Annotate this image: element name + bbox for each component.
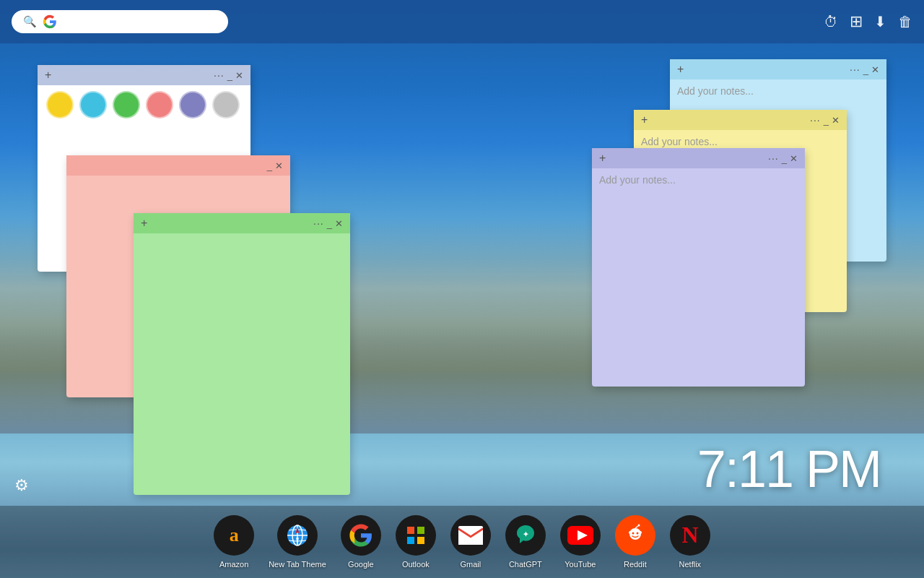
- note-close-blue[interactable]: ✕: [870, 65, 881, 74]
- dock-label-youtube: YouTube: [565, 560, 596, 569]
- note-minimize-yellow[interactable]: _: [822, 116, 830, 125]
- note-add-yellow[interactable]: +: [640, 114, 649, 126]
- sticky-note-green: + ··· _ ✕: [134, 213, 350, 495]
- note-add-blue[interactable]: +: [676, 64, 685, 75]
- note-menu-green[interactable]: ···: [312, 218, 326, 228]
- color-purple[interactable]: [179, 91, 206, 118]
- color-pink[interactable]: [146, 91, 173, 118]
- extensions-icon[interactable]: ⊞: [850, 12, 863, 31]
- search-icon: 🔍: [23, 15, 37, 28]
- color-green[interactable]: [113, 91, 140, 118]
- youtube-dock-icon: [560, 515, 601, 556]
- note-header-blue: + ··· _ ✕: [670, 59, 886, 79]
- note-add-lavender[interactable]: +: [598, 152, 607, 164]
- dock-item-outlook[interactable]: Outlook: [396, 515, 436, 569]
- note-body-lavender[interactable]: Add your notes...: [592, 168, 805, 212]
- search-box[interactable]: 🔍: [12, 10, 228, 33]
- dock-label-chatgpt: ChatGPT: [509, 560, 542, 569]
- amazon-dock-icon: a: [214, 515, 254, 556]
- top-bar-right: ⏱ ⊞ ⬇ 🗑: [824, 12, 912, 31]
- svg-rect-6: [407, 527, 414, 534]
- note-menu-lavender[interactable]: ···: [767, 153, 780, 163]
- settings-button[interactable]: ⚙: [14, 476, 29, 495]
- svg-point-20: [629, 531, 632, 534]
- note-close-yellow[interactable]: ✕: [830, 116, 841, 125]
- dock-item-netflix[interactable]: N Netflix: [670, 515, 710, 569]
- note-header-green: + ··· _ ✕: [134, 213, 350, 233]
- sticky-note-lavender: + ··· _ ✕ Add your notes...: [592, 148, 805, 387]
- svg-text:✦: ✦: [523, 530, 529, 538]
- dock-label-amazon: Amazon: [219, 560, 248, 569]
- note-close-green[interactable]: ✕: [334, 219, 344, 228]
- color-yellow[interactable]: [46, 91, 74, 118]
- svg-point-23: [637, 525, 640, 527]
- color-blue[interactable]: [79, 91, 107, 118]
- note-add-green[interactable]: +: [139, 217, 149, 229]
- note-minimize-lavender[interactable]: _: [780, 154, 788, 163]
- note-menu-yellow[interactable]: ···: [808, 115, 822, 125]
- svg-rect-9: [417, 537, 424, 544]
- note-add-button[interactable]: +: [43, 69, 53, 81]
- dock-item-chatgpt[interactable]: ✦ ChatGPT: [505, 515, 546, 569]
- note-header: + ··· _ ✕: [38, 65, 250, 85]
- gmail-dock-icon: [450, 515, 491, 556]
- download-icon[interactable]: ⬇: [874, 13, 886, 30]
- google-logo: [43, 14, 57, 29]
- netflix-dock-icon: N: [670, 515, 710, 556]
- svg-rect-7: [417, 527, 424, 534]
- dock-label-reddit: Reddit: [624, 560, 647, 569]
- dock-label-google: Google: [348, 560, 373, 569]
- svg-point-17: [629, 528, 641, 540]
- dock: a Amazon New Tab Theme: [0, 506, 924, 578]
- note-close-pink[interactable]: ✕: [274, 161, 284, 171]
- newtabtheme-dock-icon: [277, 515, 318, 556]
- note-header-lavender: + ··· _ ✕: [592, 148, 805, 168]
- dock-label-gmail: Gmail: [460, 560, 481, 569]
- dock-label-newtabtheme: New Tab Theme: [269, 560, 326, 569]
- svg-rect-8: [407, 537, 414, 544]
- trash-icon[interactable]: 🗑: [898, 14, 912, 30]
- color-gray[interactable]: [212, 91, 240, 118]
- note-minimize-button[interactable]: _: [226, 71, 234, 80]
- dock-label-outlook: Outlook: [402, 560, 430, 569]
- chatgpt-dock-icon: ✦: [505, 515, 546, 556]
- dock-label-netflix: Netflix: [679, 560, 702, 569]
- svg-point-19: [636, 532, 638, 535]
- dock-item-google[interactable]: Google: [341, 515, 381, 569]
- note-close-button[interactable]: ✕: [234, 71, 245, 80]
- dock-item-gmail[interactable]: Gmail: [450, 515, 491, 569]
- reddit-dock-icon: [615, 515, 655, 556]
- dock-item-amazon[interactable]: a Amazon: [214, 515, 254, 569]
- outlook-dock-icon: [396, 515, 436, 556]
- note-minimize-blue[interactable]: _: [862, 65, 870, 74]
- dock-item-newtabtheme[interactable]: New Tab Theme: [269, 515, 326, 569]
- svg-point-18: [632, 532, 634, 535]
- note-header-yellow: + ··· _ ✕: [634, 110, 847, 130]
- dock-item-reddit[interactable]: Reddit: [615, 515, 655, 569]
- note-minimize-pink[interactable]: _: [266, 161, 274, 171]
- note-close-lavender[interactable]: ✕: [788, 154, 799, 163]
- note-header-pink: _ ✕: [66, 155, 290, 176]
- dock-item-youtube[interactable]: YouTube: [560, 515, 601, 569]
- svg-text:N: N: [681, 522, 698, 548]
- note-menu-button[interactable]: ···: [212, 70, 226, 80]
- clock: 7:11 PM: [697, 439, 881, 499]
- timer-icon[interactable]: ⏱: [824, 14, 838, 30]
- note-minimize-green[interactable]: _: [326, 219, 334, 228]
- color-swatches: [38, 85, 250, 127]
- google-dock-icon: [341, 515, 381, 556]
- svg-point-21: [639, 531, 642, 534]
- note-menu-blue[interactable]: ···: [848, 64, 862, 74]
- top-bar: 🔍 ⏱ ⊞ ⬇ 🗑: [0, 0, 924, 43]
